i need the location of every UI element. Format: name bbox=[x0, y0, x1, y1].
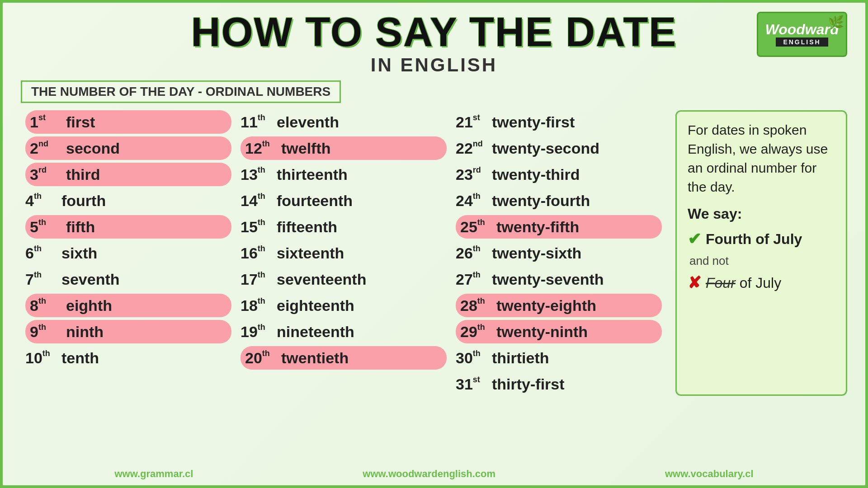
ordinal-word: twentieth bbox=[281, 349, 349, 367]
ordinal-word: eleventh bbox=[277, 113, 339, 131]
footer-link-2: www.woodwardenglish.com bbox=[363, 468, 495, 480]
ordinal-number: 31st bbox=[456, 375, 492, 393]
ordinal-word: sixth bbox=[61, 244, 97, 262]
ordinal-number: 26th bbox=[456, 244, 492, 262]
ordinal-number: 23rd bbox=[456, 166, 492, 183]
list-item: 29th twenty-ninth bbox=[456, 320, 662, 343]
ordinal-number: 14th bbox=[241, 192, 277, 210]
ordinal-number: 6th bbox=[25, 244, 61, 262]
ordinal-number: 18th bbox=[241, 297, 277, 314]
ordinal-number: 29th bbox=[460, 323, 496, 341]
list-item: 31st thirty-first bbox=[456, 372, 662, 396]
ordinal-word: thirty-first bbox=[492, 375, 565, 393]
ordinal-word: sixteenth bbox=[277, 244, 344, 262]
footer-link-3: www.vocabulary.cl bbox=[665, 468, 754, 480]
ordinal-word: twenty-eighth bbox=[496, 297, 596, 314]
list-item: 9th ninth bbox=[25, 320, 231, 343]
ordinal-word: thirtieth bbox=[492, 349, 549, 367]
ordinal-number: 12th bbox=[245, 140, 281, 157]
list-item: 27th twenty-seventh bbox=[456, 267, 662, 291]
ordinal-word: tenth bbox=[61, 349, 99, 367]
ordinal-word: twenty-first bbox=[492, 113, 575, 131]
ordinal-word: twelfth bbox=[281, 140, 331, 157]
ordinal-number: 22nd bbox=[456, 140, 492, 157]
ordinal-word: first bbox=[66, 113, 95, 131]
ordinal-number: 25th bbox=[460, 218, 496, 236]
ordinal-word: ninth bbox=[66, 323, 104, 341]
correct-example: ✔ Fourth of July bbox=[688, 230, 835, 249]
number-column-2: 11th eleventh 12th twelfth 13th thirteen… bbox=[236, 110, 451, 396]
list-item: 4th fourth bbox=[25, 189, 231, 212]
footer: www.grammar.cl www.woodwardenglish.com w… bbox=[3, 468, 865, 480]
ordinal-number: 2nd bbox=[30, 140, 66, 157]
ordinal-number: 1st bbox=[30, 113, 66, 131]
ordinal-number: 24th bbox=[456, 192, 492, 210]
ordinal-number: 16th bbox=[241, 244, 277, 262]
ordinal-word: twenty-seventh bbox=[492, 271, 604, 288]
ordinal-number: 15th bbox=[241, 218, 277, 236]
list-item: 24th twenty-fourth bbox=[456, 189, 662, 212]
ordinal-number: 9th bbox=[30, 323, 66, 341]
list-item: 10th tenth bbox=[25, 346, 231, 370]
list-item: 2nd second bbox=[25, 136, 231, 160]
list-item: 30th thirtieth bbox=[456, 346, 662, 370]
ordinal-number: 13th bbox=[241, 166, 277, 183]
ordinal-word: seventeenth bbox=[277, 271, 366, 288]
ordinal-word: eighth bbox=[66, 297, 112, 314]
x-icon: ✘ bbox=[688, 273, 701, 292]
list-item: 13th thirteenth bbox=[241, 163, 447, 186]
ordinal-word: twenty-third bbox=[492, 166, 580, 183]
ordinal-number: 8th bbox=[30, 297, 66, 314]
list-item: 18th eighteenth bbox=[241, 294, 447, 317]
list-item: 1st first bbox=[25, 110, 231, 134]
list-item: 3rd third bbox=[25, 163, 231, 186]
list-item: 6th sixth bbox=[25, 241, 231, 265]
list-item: 7th seventh bbox=[25, 267, 231, 291]
main-title: HOW TO SAY THE DATE bbox=[21, 12, 847, 52]
header: HOW TO SAY THE DATE IN ENGLISH bbox=[21, 12, 847, 76]
wrong-strikethrough: Four bbox=[706, 275, 736, 291]
ordinal-word: twenty-fourth bbox=[492, 192, 590, 210]
number-column-1: 1st first 2nd second 3rd third 4th fourt… bbox=[21, 110, 236, 396]
page-container: 🌿 Woodward ENGLISH HOW TO SAY THE DATE I… bbox=[0, 0, 868, 488]
section-label: THE NUMBER OF THE DAY - ORDINAL NUMBERS bbox=[21, 80, 341, 103]
list-item: 8th eighth bbox=[25, 294, 231, 317]
ordinal-word: fifth bbox=[66, 218, 95, 236]
ordinal-number: 5th bbox=[30, 218, 66, 236]
list-item: 21st twenty-first bbox=[456, 110, 662, 134]
wrong-example-content: Four of July bbox=[706, 275, 781, 291]
ordinal-number: 3rd bbox=[30, 166, 66, 183]
logo-sub: ENGLISH bbox=[776, 38, 828, 47]
number-column-3: 21st twenty-first 22nd twenty-second 23r… bbox=[451, 110, 666, 396]
ordinal-number: 11th bbox=[241, 113, 277, 131]
logo: 🌿 Woodward ENGLISH bbox=[757, 12, 847, 57]
ordinal-word: twenty-second bbox=[492, 140, 599, 157]
ordinal-word: second bbox=[66, 140, 120, 157]
ordinal-word: fifteenth bbox=[277, 218, 337, 236]
leaf-icon: 🌿 bbox=[828, 15, 844, 30]
ordinal-word: nineteenth bbox=[277, 323, 354, 341]
ordinal-word: fourth bbox=[61, 192, 106, 210]
wrong-rest: of July bbox=[736, 275, 781, 291]
and-not-label: and not bbox=[689, 254, 835, 268]
info-text: For dates in spoken English, we always u… bbox=[688, 121, 835, 197]
list-item: 19th nineteenth bbox=[241, 320, 447, 343]
ordinal-number: 21st bbox=[456, 113, 492, 131]
ordinal-number: 7th bbox=[25, 271, 61, 288]
ordinal-number: 20th bbox=[245, 349, 281, 367]
footer-link-1: www.grammar.cl bbox=[114, 468, 193, 480]
list-item: 14th fourteenth bbox=[241, 189, 447, 212]
ordinal-number: 17th bbox=[241, 271, 277, 288]
ordinal-word: thirteenth bbox=[277, 166, 348, 183]
content-area: 1st first 2nd second 3rd third 4th fourt… bbox=[21, 110, 847, 396]
ordinal-number: 30th bbox=[456, 349, 492, 367]
list-item: 25th twenty-fifth bbox=[456, 215, 662, 239]
ordinal-word: twenty-sixth bbox=[492, 244, 581, 262]
list-item: 11th eleventh bbox=[241, 110, 447, 134]
list-item: 28th twenty-eighth bbox=[456, 294, 662, 317]
list-item: 12th twelfth bbox=[241, 136, 447, 160]
ordinal-word: eighteenth bbox=[277, 297, 354, 314]
ordinal-word: twenty-ninth bbox=[496, 323, 588, 341]
ordinal-word: third bbox=[66, 166, 100, 183]
info-box: For dates in spoken English, we always u… bbox=[675, 110, 847, 396]
